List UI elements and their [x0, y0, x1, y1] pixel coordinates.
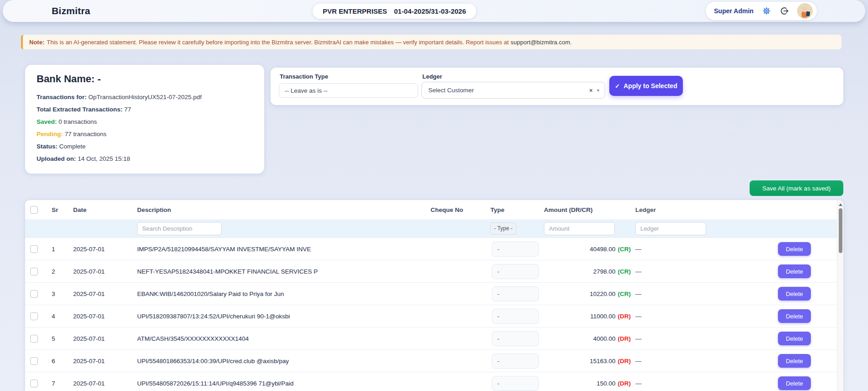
row-amount: 2798.00(CR) — [544, 268, 631, 275]
row-date: 2025-07-01 — [69, 291, 133, 297]
uploaded-timestamp: 14 Oct, 2025 15:18 — [78, 155, 130, 162]
row-sr: 4 — [46, 313, 69, 320]
settings-gear-icon[interactable] — [761, 6, 772, 16]
brand-logo: Bizmitra — [52, 5, 90, 16]
row-checkbox[interactable] — [30, 290, 38, 298]
row-sr: 1 — [46, 246, 69, 253]
row-description: NEFT-YESAP51824348041-MPOKKET FINANCIAL … — [133, 268, 430, 275]
row-ledger: — — [631, 291, 699, 297]
row-type-select[interactable]: - — [492, 376, 539, 391]
row-checkbox[interactable] — [30, 268, 38, 275]
row-type-select[interactable]: - — [492, 242, 539, 257]
ledger-select[interactable]: Select Customer × ▾ — [421, 82, 605, 99]
row-sr: 7 — [46, 380, 69, 387]
header-amount: Amount (DR/CR) — [544, 206, 631, 213]
user-pill: Super Admin — [706, 2, 817, 20]
row-ledger: — — [631, 335, 699, 342]
row-amount: 40498.00(CR) — [544, 246, 631, 253]
user-role-label: Super Admin — [714, 7, 754, 15]
header-date: Date — [69, 206, 133, 213]
app-header: Bizmitra PVR ENTERPRISES 01-04-2025/31-0… — [3, 0, 865, 22]
table-row: 6 2025-07-01 UPI/554801866353/14:00:39/U… — [25, 349, 837, 372]
delete-button[interactable]: Delete — [778, 264, 811, 278]
type-filter-select[interactable]: - Type - — [490, 222, 517, 235]
total-extracted-line: Total Extracted Transactions: 77 — [37, 103, 253, 116]
row-checkbox[interactable] — [30, 380, 38, 387]
transactions-table-card: Sr Date Description Cheque No Type Amoun… — [25, 200, 843, 391]
ledger-filter-input[interactable] — [635, 222, 706, 235]
row-checkbox[interactable] — [30, 357, 38, 365]
ledger-label: Ledger — [422, 73, 442, 80]
user-avatar[interactable] — [797, 3, 813, 19]
check-icon: ✓ — [615, 83, 620, 90]
delete-button[interactable]: Delete — [778, 309, 811, 323]
row-description: UPI/518209387807/13:24:52/UPI/cherukuri … — [133, 313, 430, 320]
delete-button[interactable]: Delete — [778, 242, 811, 256]
support-email: support@bizmitra.com — [511, 39, 570, 46]
uploaded-line: Uploaded on: 14 Oct, 2025 15:18 — [37, 153, 253, 165]
note-suffix: . — [570, 39, 572, 46]
note-text: This is an AI-generated statement. Pleas… — [47, 39, 509, 46]
row-sr: 6 — [46, 358, 69, 365]
amount-filter-input[interactable] — [544, 222, 615, 235]
delete-button[interactable]: Delete — [778, 287, 811, 301]
company-badge[interactable]: PVR ENTERPRISES 01-04-2025/31-03-2026 — [313, 4, 476, 19]
save-all-button[interactable]: Save All (mark as saved) — [750, 180, 843, 196]
status-value: Complete — [59, 143, 86, 150]
scrollbar-thumb[interactable] — [839, 208, 842, 253]
row-checkbox[interactable] — [30, 312, 38, 320]
row-sr: 5 — [46, 335, 69, 342]
delete-button[interactable]: Delete — [778, 354, 811, 368]
row-description: UPI/554801866353/14:00:39/UPI/cred.club … — [133, 358, 430, 365]
header-cheque-no: Cheque No — [430, 206, 489, 213]
row-type-select[interactable]: - — [492, 286, 539, 301]
table-row: 2 2025-07-01 NEFT-YESAP51824348041-MPOKK… — [25, 260, 837, 282]
row-amount: 11000.00(DR) — [544, 313, 631, 320]
table-row: 4 2025-07-01 UPI/518209387807/13:24:52/U… — [25, 305, 837, 327]
transaction-type-select[interactable]: -- Leave as is -- — [279, 83, 418, 98]
total-extracted-count: 77 — [124, 106, 131, 113]
logout-icon[interactable] — [779, 6, 789, 16]
row-date: 2025-07-01 — [69, 358, 133, 365]
row-ledger: — — [631, 380, 699, 387]
company-name: PVR ENTERPRISES — [323, 7, 387, 15]
table-row: 3 2025-07-01 EBANK:WIB/1462001020/Salary… — [25, 282, 837, 305]
table-row: 1 2025-07-01 IMPS/P2A/518210994458/SAYYA… — [25, 238, 837, 260]
note-label: Note: — [29, 39, 44, 46]
delete-button[interactable]: Delete — [778, 332, 811, 345]
select-all-checkbox[interactable] — [30, 206, 38, 214]
table-header-row: Sr Date Description Cheque No Type Amoun… — [25, 200, 837, 219]
header-description: Description — [133, 206, 430, 213]
scroll-up-arrow[interactable] — [839, 203, 842, 206]
row-ledger: — — [631, 358, 699, 365]
row-sr: 3 — [46, 291, 69, 297]
search-description-input[interactable] — [137, 222, 222, 235]
chevron-down-icon: ▾ — [597, 88, 599, 93]
delete-button[interactable]: Delete — [778, 376, 811, 390]
row-description: IMPS/P2A/518210994458/SAYYAM INVESTME/SA… — [133, 246, 430, 253]
row-ledger: — — [631, 246, 699, 253]
table-row: 7 2025-07-01 UPI/554805872026/15:11:14/U… — [25, 372, 837, 391]
table-filter-row: - Type - — [25, 219, 837, 238]
financial-year: 01-04-2025/31-03-2026 — [394, 7, 466, 15]
bulk-apply-panel: Transaction Type -- Leave as is -- Ledge… — [271, 68, 843, 105]
saved-line: Saved: 0 transactions — [37, 116, 253, 128]
apply-to-selected-button[interactable]: ✓ Apply to Selected — [609, 76, 683, 96]
row-ledger: — — [631, 268, 699, 275]
row-type-select[interactable]: - — [492, 331, 539, 346]
row-description: ATM/CASH/3545/XXXXXXXXXXXX1404 — [133, 335, 430, 342]
pending-count: 77 transactions — [65, 131, 107, 137]
header-ledger: Ledger — [631, 206, 699, 213]
pending-line: Pending: 77 transactions — [37, 128, 253, 140]
row-checkbox[interactable] — [30, 245, 38, 253]
row-type-select[interactable]: - — [492, 264, 539, 279]
row-sr: 2 — [46, 268, 69, 275]
source-file-name: OpTransactionHistoryUX521-07-2025.pdf — [88, 94, 202, 100]
row-type-select[interactable]: - — [492, 354, 539, 369]
vertical-scrollbar[interactable] — [837, 200, 843, 391]
row-amount: 10220.00(CR) — [544, 291, 631, 297]
row-checkbox[interactable] — [30, 335, 38, 343]
row-amount: 4000.00(DR) — [544, 335, 631, 342]
ledger-clear-icon[interactable]: × — [589, 87, 593, 94]
row-type-select[interactable]: - — [492, 309, 539, 324]
